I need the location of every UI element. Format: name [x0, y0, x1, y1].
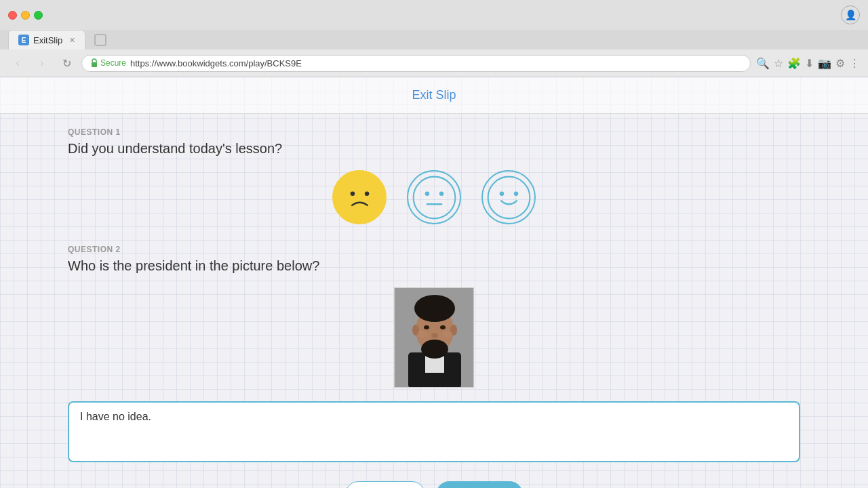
close-button[interactable]	[8, 11, 17, 20]
extensions-icon[interactable]: 🧩	[787, 57, 801, 70]
active-tab[interactable]: E ExitSlip ✕	[8, 30, 85, 49]
new-tab-button[interactable]	[91, 30, 110, 49]
svg-point-4	[364, 191, 369, 196]
question-2-label: QUESTION 2	[68, 245, 800, 254]
clear-button[interactable]: Clear	[345, 481, 425, 488]
page-content: Exit Slip QUESTION 1 Did you understand …	[0, 77, 868, 488]
page-title: Exit Slip	[412, 88, 456, 102]
page-header: Exit Slip	[0, 77, 868, 114]
svg-point-21	[440, 325, 446, 329]
submit-button[interactable]: Submit	[436, 481, 524, 488]
download-icon[interactable]: ⬇	[805, 57, 814, 70]
svg-point-25	[442, 331, 453, 338]
neutral-emoji-button[interactable]	[407, 170, 461, 224]
tab-close-icon[interactable]: ✕	[69, 36, 75, 45]
svg-point-24	[416, 331, 427, 338]
title-bar: 👤	[0, 0, 868, 30]
svg-point-20	[424, 325, 429, 329]
svg-point-2	[338, 176, 380, 218]
tab-bar: E ExitSlip ✕	[0, 30, 868, 49]
search-icon[interactable]: 🔍	[756, 57, 770, 70]
svg-point-7	[439, 191, 443, 196]
svg-point-17	[414, 295, 455, 322]
president-image	[394, 287, 474, 388]
question-2-text: Who is the president in the picture belo…	[68, 258, 800, 274]
svg-rect-1	[92, 62, 97, 67]
maximize-button[interactable]	[34, 11, 43, 20]
lock-icon	[90, 58, 98, 68]
secure-badge: Secure	[90, 58, 126, 68]
content-area: QUESTION 1 Did you understand today's le…	[27, 114, 841, 488]
back-button[interactable]: ‹	[8, 54, 27, 73]
question-1-section: QUESTION 1 Did you understand today's le…	[68, 127, 800, 224]
lincoln-portrait	[395, 288, 474, 388]
sad-emoji-button[interactable]	[332, 170, 387, 224]
tab-title: ExitSlip	[33, 35, 62, 45]
svg-point-22	[431, 333, 438, 338]
refresh-button[interactable]: ↻	[57, 54, 76, 73]
answer-textarea[interactable]: I have no idea.	[68, 401, 800, 462]
emoji-row	[68, 170, 800, 224]
happy-face-icon	[487, 176, 531, 220]
svg-point-9	[488, 176, 530, 218]
buttons-row: Clear Submit	[68, 481, 800, 488]
sad-face-icon	[338, 176, 382, 220]
profile-icon[interactable]: 👤	[841, 5, 860, 24]
address-bar[interactable]: Secure https://www.bookwidgets.com/play/…	[81, 55, 751, 72]
question-1-text: Did you understand today's lesson?	[68, 141, 800, 157]
happy-emoji-button[interactable]	[481, 170, 536, 224]
url-display: https://www.bookwidgets.com/play/BCKS9E	[130, 58, 742, 68]
svg-point-11	[513, 191, 518, 196]
camera-icon[interactable]: 📷	[818, 57, 831, 70]
bookmark-icon[interactable]: ☆	[774, 57, 783, 70]
svg-point-10	[499, 191, 504, 196]
menu-icon[interactable]: ⋮	[849, 57, 860, 70]
toolbar-icons: 🔍 ☆ 🧩 ⬇ 📷 ⚙ ⋮	[756, 57, 860, 70]
tab-favicon: E	[18, 35, 29, 45]
svg-point-23	[421, 340, 448, 359]
forward-button[interactable]: ›	[33, 54, 52, 73]
secure-label: Secure	[100, 58, 126, 68]
neutral-face-icon	[412, 176, 456, 220]
president-image-container	[68, 287, 800, 388]
svg-point-3	[350, 191, 355, 196]
browser-chrome: 👤 E ExitSlip ✕ ‹ › ↻ Secure	[0, 0, 868, 77]
question-2-section: QUESTION 2 Who is the president in the p…	[68, 245, 800, 465]
svg-point-5	[413, 176, 455, 218]
traffic-lights	[8, 11, 43, 20]
settings-icon[interactable]: ⚙	[835, 57, 845, 70]
question-1-label: QUESTION 1	[68, 127, 800, 137]
address-bar-row: ‹ › ↻ Secure https://www.bookwidgets.com…	[0, 49, 868, 77]
svg-point-6	[425, 191, 429, 196]
minimize-button[interactable]	[21, 11, 30, 20]
empty-tab-icon	[94, 33, 107, 47]
svg-rect-0	[95, 35, 106, 45]
